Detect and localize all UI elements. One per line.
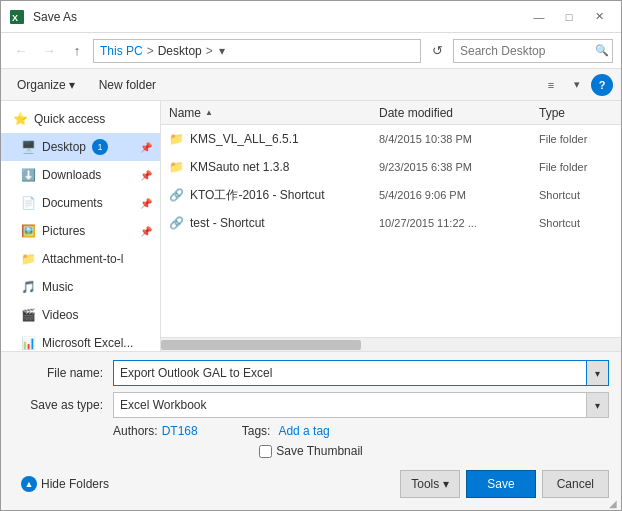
file-date: 8/4/2015 10:38 PM [371,133,531,145]
resize-grip[interactable]: ◢ [609,498,621,510]
file-name-input[interactable] [113,360,587,386]
thumbnail-label[interactable]: Save Thumbnail [259,444,363,458]
organize-button[interactable]: Organize ▾ [9,73,83,97]
file-name-cell: 📁 KMSauto net 1.3.8 [161,160,371,174]
table-row[interactable]: 🔗 test - Shortcut 10/27/2015 11:22 ... S… [161,209,621,237]
file-list-header: Name ▲ Date modified Type [161,101,621,125]
column-type[interactable]: Type [531,106,621,120]
thumbnail-row: Save Thumbnail [13,444,609,458]
sidebar-item-videos[interactable]: 🎬 Videos [1,301,160,329]
tools-button[interactable]: Tools ▾ [400,470,460,498]
save-as-dropdown-button[interactable]: ▾ [587,392,609,418]
sidebar-attachment-label: Attachment-to-l [42,252,123,266]
file-name-dropdown-button[interactable]: ▾ [587,360,609,386]
table-row[interactable]: 📁 KMS_VL_ALL_6.5.1 8/4/2015 10:38 PM Fil… [161,125,621,153]
table-row[interactable]: 🔗 KTO工作-2016 - Shortcut 5/4/2016 9:06 PM… [161,181,621,209]
svg-text:X: X [12,13,18,23]
search-icon[interactable]: 🔍 [595,44,609,57]
view-buttons: ≡ ▾ ? [539,73,613,97]
cancel-button[interactable]: Cancel [542,470,609,498]
breadcrumb-dropdown-icon[interactable]: ▾ [219,44,225,58]
save-as-select-wrapper: Excel Workbook ▾ [113,392,609,418]
tools-arrow-icon: ▾ [443,477,449,491]
file-pane: Name ▲ Date modified Type 📁 KMS_VL_ALL_6… [161,101,621,351]
downloads-icon: ⬇️ [21,168,36,182]
organize-toolbar: Organize ▾ New folder ≡ ▾ ? [1,69,621,101]
desktop-icon: 🖥️ [21,140,36,154]
downloads-pin-icon: 📌 [140,170,152,181]
sidebar-item-quick-access[interactable]: ⭐ Quick access [1,105,160,133]
save-as-select[interactable]: Excel Workbook [113,392,587,418]
horizontal-scrollbar[interactable] [161,337,621,351]
file-name-cell: 🔗 KTO工作-2016 - Shortcut [161,187,371,204]
folder-icon: 📁 [169,160,184,174]
tools-label: Tools [411,477,439,491]
file-type: Shortcut [531,189,621,201]
back-button[interactable]: ← [9,39,33,63]
scrollbar-track [161,338,621,352]
refresh-button[interactable]: ↺ [425,39,449,63]
sidebar-quick-access-label: Quick access [34,112,105,126]
desktop-pin-icon: 📌 [140,142,152,153]
excel-file-icon: 📊 [21,336,36,350]
search-input[interactable] [453,39,613,63]
action-right: Tools ▾ Save Cancel [400,470,609,498]
table-row[interactable]: 📁 KMSauto net 1.3.8 9/23/2015 6:38 PM Fi… [161,153,621,181]
tags-value[interactable]: Add a tag [278,424,329,438]
file-name-row: File name: ▾ [13,360,609,386]
new-folder-button[interactable]: New folder [91,73,164,97]
scrollbar-thumb[interactable] [161,340,361,350]
meta-row: Authors: DT168 Tags: Add a tag [13,424,609,438]
view-list-button[interactable]: ≡ [539,73,563,97]
thumbnail-label-text: Save Thumbnail [276,444,363,458]
file-name-label: File name: [13,366,113,380]
tags-label: Tags: [242,424,271,438]
sidebar-item-excel[interactable]: 📊 Microsoft Excel... [1,329,160,351]
help-button[interactable]: ? [591,74,613,96]
folder-icon: 📁 [169,132,184,146]
sidebar-quick-access-section: ⭐ Quick access 🖥️ Desktop 1 📌 ⬇️ Downloa… [1,105,160,351]
thumbnail-checkbox[interactable] [259,445,272,458]
sidebar-documents-label: Documents [42,196,103,210]
documents-pin-icon: 📌 [140,198,152,209]
sidebar: ⭐ Quick access 🖥️ Desktop 1 📌 ⬇️ Downloa… [1,101,161,351]
column-name[interactable]: Name ▲ [161,106,371,120]
sidebar-item-music[interactable]: 🎵 Music [1,273,160,301]
shortcut-icon: 🔗 [169,188,184,202]
sidebar-item-desktop[interactable]: 🖥️ Desktop 1 📌 [1,133,160,161]
file-date: 9/23/2015 6:38 PM [371,161,531,173]
up-button[interactable]: ↑ [65,39,89,63]
sidebar-excel-label: Microsoft Excel... [42,336,133,350]
minimize-button[interactable]: — [525,6,553,28]
authors-section: Authors: DT168 Tags: Add a tag [113,424,330,438]
breadcrumb-desktop[interactable]: Desktop [158,44,202,58]
sidebar-desktop-label: Desktop [42,140,86,154]
star-icon: ⭐ [13,112,28,126]
forward-button[interactable]: → [37,39,61,63]
file-name-input-wrapper: ▾ [113,360,609,386]
sidebar-item-downloads[interactable]: ⬇️ Downloads 📌 [1,161,160,189]
organize-arrow-icon: ▾ [69,78,75,92]
save-as-label: Save as type: [13,398,113,412]
content-area: ⭐ Quick access 🖥️ Desktop 1 📌 ⬇️ Downloa… [1,101,621,351]
maximize-button[interactable]: □ [555,6,583,28]
save-button[interactable]: Save [466,470,535,498]
desktop-badge: 1 [92,139,108,155]
attachment-icon: 📁 [21,252,36,266]
sidebar-item-documents[interactable]: 📄 Documents 📌 [1,189,160,217]
hide-folders-button[interactable]: ▲ Hide Folders [13,472,117,496]
file-date: 5/4/2016 9:06 PM [371,189,531,201]
file-type: File folder [531,133,621,145]
breadcrumb-thispc[interactable]: This PC [100,44,143,58]
videos-icon: 🎬 [21,308,36,322]
file-type: File folder [531,161,621,173]
view-dropdown-button[interactable]: ▾ [565,73,589,97]
sidebar-item-attachment[interactable]: 📁 Attachment-to-l [1,245,160,273]
shortcut-icon: 🔗 [169,216,184,230]
column-date[interactable]: Date modified [371,106,531,120]
sidebar-music-label: Music [42,280,73,294]
save-as-type-row: Save as type: Excel Workbook ▾ [13,392,609,418]
authors-value[interactable]: DT168 [162,424,198,438]
sidebar-item-pictures[interactable]: 🖼️ Pictures 📌 [1,217,160,245]
close-button[interactable]: ✕ [585,6,613,28]
